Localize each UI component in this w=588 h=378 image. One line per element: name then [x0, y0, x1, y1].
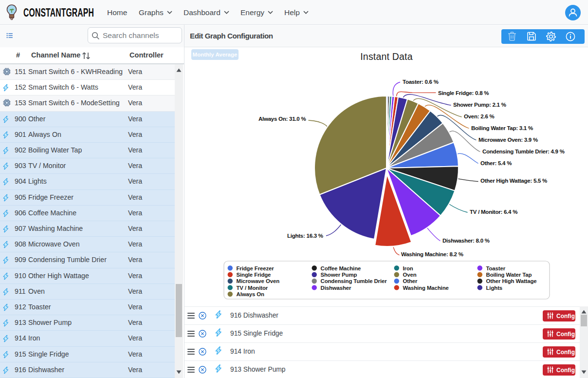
svg-text:Single Fridge: 0.8 %: Single Fridge: 0.8 %: [438, 90, 489, 96]
svg-text:Toaster: 0.6 %: Toaster: 0.6 %: [403, 79, 439, 85]
svg-text:Other: Other: [403, 278, 418, 284]
svg-text:Dishwasher: 8.0 %: Dishwasher: 8.0 %: [442, 238, 490, 244]
svg-text:Lights: 16.3 %: Lights: 16.3 %: [287, 233, 323, 239]
svg-text:TV / Monitor: TV / Monitor: [237, 285, 268, 291]
svg-text:Washing Machine: 8.2 %: Washing Machine: 8.2 %: [401, 251, 463, 257]
svg-text:Condensing Tumble Drier: Condensing Tumble Drier: [321, 278, 387, 284]
svg-text:Microwave Oven: Microwave Oven: [237, 278, 280, 284]
svg-text:Oven: Oven: [403, 272, 417, 278]
svg-text:Boiling Water Tap: 3.1 %: Boiling Water Tap: 3.1 %: [471, 125, 533, 131]
svg-text:Other: 5.4 %: Other: 5.4 %: [480, 160, 512, 166]
svg-text:Iron: Iron: [403, 265, 413, 271]
svg-text:TV / Monitor: 6.4 %: TV / Monitor: 6.4 %: [470, 209, 517, 215]
svg-text:Toaster: Toaster: [486, 265, 506, 271]
svg-text:Always On: 31.0 %: Always On: 31.0 %: [258, 116, 306, 122]
svg-text:Other High Wattage: Other High Wattage: [486, 278, 537, 284]
svg-text:Microwave Oven: 3.9 %: Microwave Oven: 3.9 %: [478, 137, 538, 143]
svg-text:Coffee Machine: Coffee Machine: [321, 265, 361, 271]
svg-text:Other High Wattage: 5.5 %: Other High Wattage: 5.5 %: [480, 178, 547, 184]
svg-text:Boiling Water Tap: Boiling Water Tap: [486, 272, 532, 278]
svg-text:Lights: Lights: [486, 285, 503, 291]
svg-text:Instant Data: Instant Data: [360, 51, 413, 62]
svg-text:Fridge Freezer: Fridge Freezer: [237, 265, 275, 271]
svg-text:Dishwasher: Dishwasher: [321, 285, 352, 291]
svg-text:Shower Pump: 2.1 %: Shower Pump: 2.1 %: [453, 102, 506, 108]
svg-text:Condensing Tumble Drier: 4.9 %: Condensing Tumble Drier: 4.9 %: [482, 149, 565, 154]
svg-text:Shower Pump: Shower Pump: [321, 272, 357, 278]
svg-text:Oven: 2.6 %: Oven: 2.6 %: [464, 113, 494, 119]
svg-text:Always On: Always On: [237, 291, 264, 297]
svg-text:Washing Machine: Washing Machine: [403, 285, 449, 291]
svg-text:Single Fridge: Single Fridge: [237, 272, 271, 278]
